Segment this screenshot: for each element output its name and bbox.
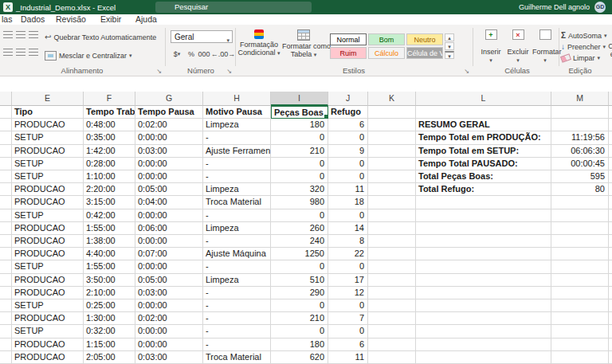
cell-H17[interactable]: -: [203, 312, 271, 325]
cell-K12[interactable]: [368, 248, 416, 260]
cell-L13[interactable]: [416, 260, 551, 273]
cell-F4[interactable]: 1:42:00: [84, 145, 135, 158]
cell-H10[interactable]: Limpeza: [203, 222, 271, 235]
cell-N20[interactable]: [609, 351, 612, 364]
cell-E18[interactable]: SETUP: [12, 325, 84, 338]
dialog-launcher-icon[interactable]: ↘: [226, 68, 232, 75]
cell-I15[interactable]: 290: [271, 287, 328, 299]
cell-G18[interactable]: 0:00:00: [135, 325, 203, 338]
number-format-select[interactable]: Geral ▾: [171, 30, 233, 43]
cell-L18[interactable]: [416, 325, 551, 338]
cell-K16[interactable]: [368, 299, 416, 312]
cell-L11[interactable]: [416, 235, 551, 248]
cell-E7[interactable]: PRODUCAO: [12, 183, 84, 196]
cell-M14[interactable]: [551, 274, 609, 287]
dialog-launcher-icon[interactable]: ↘: [464, 68, 469, 75]
cell-D5[interactable]: [0, 158, 12, 170]
cell-L2[interactable]: RESUMO GERAL: [416, 119, 551, 131]
cell-D7[interactable]: [0, 183, 12, 196]
cell-K8[interactable]: [368, 196, 416, 209]
gallery-up-icon[interactable]: ▴: [445, 33, 454, 41]
delete-button[interactable]: × Excluir▾: [505, 28, 531, 64]
search-input[interactable]: Pesquisar: [155, 2, 312, 13]
cell-H14[interactable]: Limpeza: [203, 274, 271, 287]
cell-N10[interactable]: [609, 222, 612, 235]
cell-N5[interactable]: [609, 158, 612, 170]
cell-G2[interactable]: 0:02:00: [135, 119, 203, 131]
style-6[interactable]: Célula de Ve...: [406, 47, 443, 59]
cell-G10[interactable]: 0:06:00: [135, 222, 203, 235]
cell-H16[interactable]: -: [203, 299, 271, 312]
sort-filter-button[interactable]: AZ↓ Classificar e Filtrar ▾: [601, 28, 612, 59]
cell-N2[interactable]: [609, 119, 612, 131]
cell-H13[interactable]: -: [203, 260, 271, 273]
cell-I8[interactable]: 980: [271, 196, 328, 209]
cell-F20[interactable]: 2:05:00: [84, 351, 135, 364]
wrap-text-button[interactable]: ↩ Quebrar Texto Automaticamente: [45, 31, 156, 43]
col-header-N[interactable]: [609, 92, 612, 106]
style-4[interactable]: Ruim: [330, 47, 367, 59]
cell-M9[interactable]: [551, 209, 609, 222]
style-3[interactable]: Neutro: [406, 33, 443, 45]
cell-H18[interactable]: -: [203, 325, 271, 338]
cell-N14[interactable]: [609, 274, 612, 287]
cell-H8[interactable]: Troca Material: [203, 196, 271, 209]
cell-M3[interactable]: 11:19:56: [551, 131, 609, 144]
cell-I18[interactable]: 0: [271, 325, 328, 338]
align-center-icon[interactable]: [14, 47, 26, 58]
cell-N4[interactable]: [609, 145, 612, 158]
cell-M11[interactable]: [551, 235, 609, 248]
cell-D11[interactable]: [0, 235, 12, 248]
cell-F1[interactable]: Tempo Trab.: [84, 106, 135, 119]
cell-L10[interactable]: [416, 222, 551, 235]
cell-I14[interactable]: 510: [271, 274, 328, 287]
cell-E17[interactable]: PRODUCAO: [12, 312, 84, 325]
cell-I20[interactable]: 620: [271, 351, 328, 364]
col-header-L[interactable]: L: [416, 92, 551, 106]
cell-G20[interactable]: 0:03:00: [135, 351, 203, 364]
comma-style-button[interactable]: 000: [198, 49, 210, 60]
cell-K7[interactable]: [368, 183, 416, 196]
cell-N6[interactable]: [609, 170, 612, 183]
cell-H2[interactable]: Limpeza: [203, 119, 271, 131]
cell-G12[interactable]: 0:07:00: [135, 248, 203, 260]
cell-G8[interactable]: 0:04:00: [135, 196, 203, 209]
cell-L4[interactable]: Tempo Total em SETUP:: [416, 145, 551, 158]
cell-K3[interactable]: [368, 131, 416, 144]
cell-K2[interactable]: [368, 119, 416, 131]
cell-G3[interactable]: 0:00:00: [135, 131, 203, 144]
cell-M2[interactable]: [551, 119, 609, 131]
cell-G15[interactable]: 0:03:00: [135, 287, 203, 299]
cell-J17[interactable]: 7: [328, 312, 368, 325]
align-bottom-icon[interactable]: [27, 29, 39, 41]
cell-G13[interactable]: 0:00:00: [135, 260, 203, 273]
cell-I5[interactable]: 0: [271, 158, 328, 170]
cell-K4[interactable]: [368, 145, 416, 158]
cell-M6[interactable]: 595: [551, 170, 609, 183]
cell-D10[interactable]: [0, 222, 12, 235]
cell-M20[interactable]: [551, 351, 609, 364]
col-header-G[interactable]: G: [135, 92, 203, 106]
cell-M15[interactable]: [551, 287, 609, 299]
cell-L15[interactable]: [416, 287, 551, 299]
cell-H1[interactable]: Motivo Pausa: [203, 106, 271, 119]
cell-K10[interactable]: [368, 222, 416, 235]
cell-N9[interactable]: [609, 209, 612, 222]
cell-F14[interactable]: 3:50:00: [84, 274, 135, 287]
percent-button[interactable]: %: [186, 49, 196, 60]
cell-L3[interactable]: Tempo Total em PRODUÇÃO:: [416, 131, 551, 144]
cell-L8[interactable]: [416, 196, 551, 209]
cell-N12[interactable]: [609, 248, 612, 260]
cell-D3[interactable]: [0, 131, 12, 144]
col-header-H[interactable]: H: [203, 92, 271, 106]
cell-D2[interactable]: [0, 119, 12, 131]
cell-G17[interactable]: 0:02:00: [135, 312, 203, 325]
cell-D14[interactable]: [0, 274, 12, 287]
cell-E16[interactable]: SETUP: [12, 299, 84, 312]
cell-G1[interactable]: Tempo Pausa: [135, 106, 203, 119]
cell-F5[interactable]: 0:28:00: [84, 158, 135, 170]
cell-F3[interactable]: 0:35:00: [84, 131, 135, 144]
cell-D20[interactable]: [0, 351, 12, 364]
align-left-icon[interactable]: [2, 47, 14, 58]
cell-N1[interactable]: [609, 106, 612, 119]
